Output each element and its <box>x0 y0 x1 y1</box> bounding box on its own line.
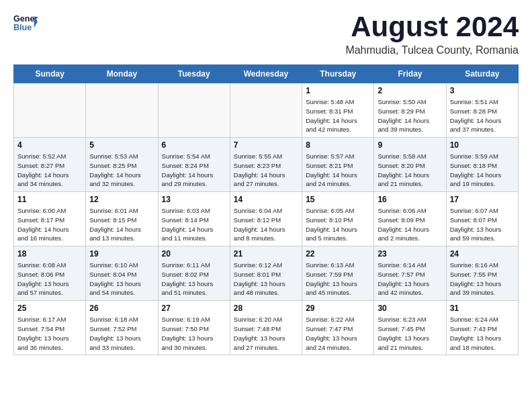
day-info: Sunrise: 6:16 AM Sunset: 7:55 PM Dayligh… <box>450 261 515 298</box>
header-thursday: Thursday <box>302 65 374 83</box>
day-info: Sunrise: 5:59 AM Sunset: 8:18 PM Dayligh… <box>450 152 515 189</box>
day-info: Sunrise: 6:20 AM Sunset: 7:48 PM Dayligh… <box>234 315 298 352</box>
day-info: Sunrise: 5:48 AM Sunset: 8:31 PM Dayligh… <box>306 97 370 134</box>
table-row <box>14 83 86 138</box>
day-info: Sunrise: 6:22 AM Sunset: 7:47 PM Dayligh… <box>306 315 370 352</box>
table-row: 12Sunrise: 6:01 AM Sunset: 8:15 PM Dayli… <box>86 192 158 246</box>
header-wednesday: Wednesday <box>230 65 302 83</box>
day-number: 30 <box>378 304 442 313</box>
table-row: 28Sunrise: 6:20 AM Sunset: 7:48 PM Dayli… <box>230 301 302 355</box>
day-info: Sunrise: 5:52 AM Sunset: 8:27 PM Dayligh… <box>17 152 82 189</box>
day-info: Sunrise: 5:54 AM Sunset: 8:24 PM Dayligh… <box>162 152 226 189</box>
table-row: 5Sunrise: 5:53 AM Sunset: 8:25 PM Daylig… <box>86 138 158 192</box>
table-row: 2Sunrise: 5:50 AM Sunset: 8:29 PM Daylig… <box>374 83 446 138</box>
svg-text:Blue: Blue <box>13 23 32 32</box>
day-info: Sunrise: 6:08 AM Sunset: 8:06 PM Dayligh… <box>17 261 82 298</box>
day-number: 4 <box>17 140 82 150</box>
day-number: 14 <box>234 195 298 204</box>
calendar-week-row: 25Sunrise: 6:17 AM Sunset: 7:54 PM Dayli… <box>14 301 519 355</box>
day-number: 25 <box>17 304 82 313</box>
day-number: 26 <box>89 304 154 313</box>
table-row: 15Sunrise: 6:05 AM Sunset: 8:10 PM Dayli… <box>302 192 374 246</box>
table-row: 24Sunrise: 6:16 AM Sunset: 7:55 PM Dayli… <box>446 246 518 301</box>
table-row: 31Sunrise: 6:24 AM Sunset: 7:43 PM Dayli… <box>446 301 518 355</box>
day-number: 7 <box>234 140 298 150</box>
day-number: 21 <box>234 249 298 259</box>
table-row: 22Sunrise: 6:13 AM Sunset: 7:59 PM Dayli… <box>302 246 374 301</box>
title-block: August 2024 Mahmudia, Tulcea County, Rom… <box>345 11 519 56</box>
day-info: Sunrise: 6:06 AM Sunset: 8:09 PM Dayligh… <box>378 206 442 243</box>
table-row: 27Sunrise: 6:19 AM Sunset: 7:50 PM Dayli… <box>158 301 230 355</box>
day-number: 6 <box>162 140 226 150</box>
day-number: 27 <box>162 304 226 313</box>
header-friday: Friday <box>374 65 446 83</box>
calendar-table: Sunday Monday Tuesday Wednesday Thursday… <box>13 64 519 355</box>
day-number: 3 <box>450 86 515 95</box>
day-number: 18 <box>17 249 82 259</box>
table-row: 25Sunrise: 6:17 AM Sunset: 7:54 PM Dayli… <box>14 301 86 355</box>
day-info: Sunrise: 6:19 AM Sunset: 7:50 PM Dayligh… <box>162 315 226 352</box>
day-number: 13 <box>162 195 226 204</box>
day-info: Sunrise: 6:01 AM Sunset: 8:15 PM Dayligh… <box>89 206 154 243</box>
day-info: Sunrise: 6:11 AM Sunset: 8:02 PM Dayligh… <box>162 261 226 298</box>
day-info: Sunrise: 5:55 AM Sunset: 8:23 PM Dayligh… <box>234 152 298 189</box>
day-info: Sunrise: 6:13 AM Sunset: 7:59 PM Dayligh… <box>306 261 370 298</box>
calendar-week-row: 1Sunrise: 5:48 AM Sunset: 8:31 PM Daylig… <box>14 83 519 138</box>
calendar-week-row: 4Sunrise: 5:52 AM Sunset: 8:27 PM Daylig… <box>14 138 519 192</box>
table-row: 11Sunrise: 6:00 AM Sunset: 8:17 PM Dayli… <box>14 192 86 246</box>
table-row: 16Sunrise: 6:06 AM Sunset: 8:09 PM Dayli… <box>374 192 446 246</box>
table-row: 17Sunrise: 6:07 AM Sunset: 8:07 PM Dayli… <box>446 192 518 246</box>
table-row: 6Sunrise: 5:54 AM Sunset: 8:24 PM Daylig… <box>158 138 230 192</box>
table-row: 3Sunrise: 5:51 AM Sunset: 8:28 PM Daylig… <box>446 83 518 138</box>
day-info: Sunrise: 5:50 AM Sunset: 8:29 PM Dayligh… <box>378 97 442 134</box>
table-row: 7Sunrise: 5:55 AM Sunset: 8:23 PM Daylig… <box>230 138 302 192</box>
logo-icon: General Blue <box>13 11 38 35</box>
table-row: 10Sunrise: 5:59 AM Sunset: 8:18 PM Dayli… <box>446 138 518 192</box>
day-number: 10 <box>450 140 515 150</box>
calendar-week-row: 11Sunrise: 6:00 AM Sunset: 8:17 PM Dayli… <box>14 192 519 246</box>
day-number: 20 <box>162 249 226 259</box>
day-number: 19 <box>89 249 154 259</box>
day-number: 17 <box>450 195 515 204</box>
table-row <box>230 83 302 138</box>
day-number: 29 <box>306 304 370 313</box>
day-number: 15 <box>306 195 370 204</box>
day-info: Sunrise: 6:03 AM Sunset: 8:14 PM Dayligh… <box>162 206 226 243</box>
day-number: 11 <box>17 195 82 204</box>
table-row: 13Sunrise: 6:03 AM Sunset: 8:14 PM Dayli… <box>158 192 230 246</box>
day-info: Sunrise: 6:14 AM Sunset: 7:57 PM Dayligh… <box>378 261 442 298</box>
day-info: Sunrise: 5:57 AM Sunset: 8:21 PM Dayligh… <box>306 152 370 189</box>
day-number: 12 <box>89 195 154 204</box>
day-info: Sunrise: 6:17 AM Sunset: 7:54 PM Dayligh… <box>17 315 82 352</box>
day-info: Sunrise: 6:04 AM Sunset: 8:12 PM Dayligh… <box>234 206 298 243</box>
logo: General Blue <box>13 11 40 35</box>
day-number: 9 <box>378 140 442 150</box>
day-number: 28 <box>234 304 298 313</box>
table-row: 20Sunrise: 6:11 AM Sunset: 8:02 PM Dayli… <box>158 246 230 301</box>
day-number: 23 <box>378 249 442 259</box>
table-row: 14Sunrise: 6:04 AM Sunset: 8:12 PM Dayli… <box>230 192 302 246</box>
header-sunday: Sunday <box>14 65 86 83</box>
day-info: Sunrise: 5:51 AM Sunset: 8:28 PM Dayligh… <box>450 97 515 134</box>
calendar-week-row: 18Sunrise: 6:08 AM Sunset: 8:06 PM Dayli… <box>14 246 519 301</box>
table-row: 19Sunrise: 6:10 AM Sunset: 8:04 PM Dayli… <box>86 246 158 301</box>
table-row: 1Sunrise: 5:48 AM Sunset: 8:31 PM Daylig… <box>302 83 374 138</box>
header-saturday: Saturday <box>446 65 518 83</box>
day-info: Sunrise: 6:18 AM Sunset: 7:52 PM Dayligh… <box>89 315 154 352</box>
table-row <box>86 83 158 138</box>
day-info: Sunrise: 6:07 AM Sunset: 8:07 PM Dayligh… <box>450 206 515 243</box>
day-number: 8 <box>306 140 370 150</box>
page-container: General Blue August 2024 Mahmudia, Tulce… <box>0 0 532 366</box>
month-title: August 2024 <box>345 11 519 43</box>
table-row: 4Sunrise: 5:52 AM Sunset: 8:27 PM Daylig… <box>14 138 86 192</box>
header-monday: Monday <box>86 65 158 83</box>
table-row: 26Sunrise: 6:18 AM Sunset: 7:52 PM Dayli… <box>86 301 158 355</box>
day-info: Sunrise: 6:23 AM Sunset: 7:45 PM Dayligh… <box>378 315 442 352</box>
day-number: 16 <box>378 195 442 204</box>
table-row: 9Sunrise: 5:58 AM Sunset: 8:20 PM Daylig… <box>374 138 446 192</box>
table-row: 29Sunrise: 6:22 AM Sunset: 7:47 PM Dayli… <box>302 301 374 355</box>
day-number: 5 <box>89 140 154 150</box>
table-row: 8Sunrise: 5:57 AM Sunset: 8:21 PM Daylig… <box>302 138 374 192</box>
day-info: Sunrise: 6:00 AM Sunset: 8:17 PM Dayligh… <box>17 206 82 243</box>
days-header-row: Sunday Monday Tuesday Wednesday Thursday… <box>14 65 519 83</box>
